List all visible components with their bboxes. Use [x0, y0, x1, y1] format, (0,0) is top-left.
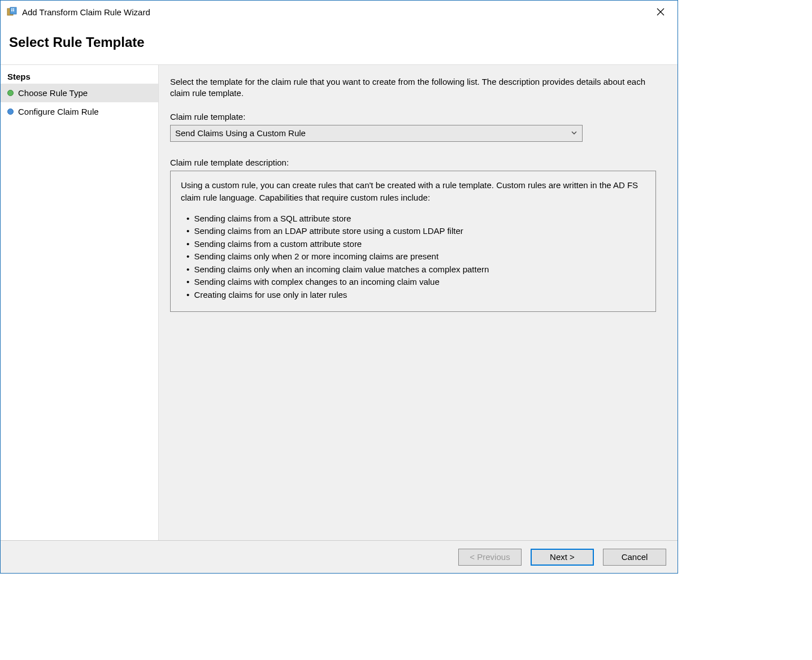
description-list-item: Sending claims from a custom attribute s…: [186, 238, 645, 251]
titlebar: Add Transform Claim Rule Wizard: [1, 1, 678, 23]
chevron-down-icon: [571, 128, 577, 138]
svg-rect-2: [11, 8, 12, 10]
step-bullet-current-icon: [7, 90, 14, 96]
main-panel: Select the template for the claim rule t…: [159, 64, 678, 540]
template-label: Claim rule template:: [170, 112, 661, 121]
steps-sidebar: Steps Choose Rule Type Configure Claim R…: [1, 64, 159, 540]
claim-rule-template-dropdown[interactable]: Send Claims Using a Custom Rule: [170, 125, 583, 142]
dropdown-selected-value: Send Claims Using a Custom Rule: [175, 128, 571, 138]
description-list-item: Sending claims only when an incoming cla…: [186, 263, 645, 276]
page-title: Select Rule Template: [9, 34, 669, 50]
close-icon: [657, 8, 665, 16]
header-section: Select Rule Template: [1, 23, 678, 64]
next-button[interactable]: Next >: [531, 549, 594, 566]
description-list-item: Sending claims only when 2 or more incom…: [186, 250, 645, 263]
description-intro: Using a custom rule, you can create rule…: [181, 179, 645, 205]
description-label: Claim rule template description:: [170, 158, 661, 167]
wizard-body: Steps Choose Rule Type Configure Claim R…: [1, 64, 678, 540]
step-label: Configure Claim Rule: [18, 107, 99, 116]
window-title: Add Transform Claim Rule Wizard: [22, 7, 649, 17]
description-list-item: Sending claims from an LDAP attribute st…: [186, 225, 645, 238]
step-configure-claim-rule[interactable]: Configure Claim Rule: [1, 102, 158, 121]
step-choose-rule-type[interactable]: Choose Rule Type: [1, 84, 158, 102]
description-list-item: Creating claims for use only in later ru…: [186, 289, 645, 302]
step-bullet-pending-icon: [7, 108, 14, 115]
svg-rect-3: [13, 8, 14, 10]
description-list-item: Sending claims with complex changes to a…: [186, 276, 645, 289]
svg-rect-4: [11, 10, 12, 11]
app-icon: [6, 6, 18, 18]
template-description-box: Using a custom rule, you can create rule…: [170, 171, 656, 312]
description-list: Sending claims from a SQL attribute stor…: [181, 212, 645, 302]
svg-rect-5: [13, 10, 14, 11]
description-list-item: Sending claims from a SQL attribute stor…: [186, 212, 645, 225]
previous-button: < Previous: [458, 549, 522, 566]
close-button[interactable]: [649, 3, 672, 20]
intro-text: Select the template for the claim rule t…: [170, 76, 661, 99]
wizard-window: Add Transform Claim Rule Wizard Select R…: [0, 0, 678, 574]
step-label: Choose Rule Type: [18, 88, 88, 98]
wizard-footer: < Previous Next > Cancel: [1, 540, 678, 573]
cancel-button[interactable]: Cancel: [603, 549, 666, 566]
steps-heading: Steps: [1, 70, 158, 84]
